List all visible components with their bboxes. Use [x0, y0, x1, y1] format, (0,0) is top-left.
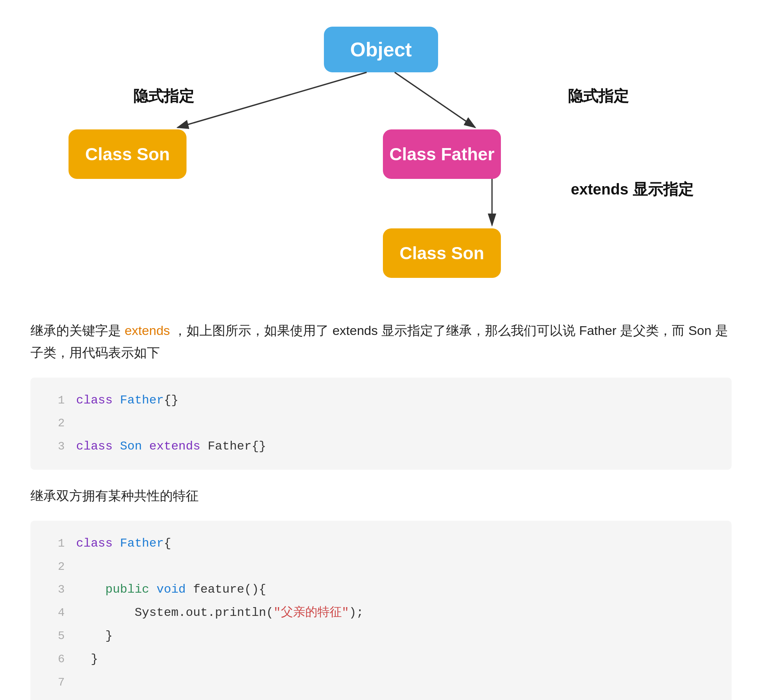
diagram: Object Class Son Class Father Class Son … [30, 15, 732, 305]
para1-keyword: extends [124, 323, 170, 338]
father-label: Class Father [389, 144, 494, 164]
object-label: Object [350, 38, 412, 61]
code-line: 1 class Father{} [46, 389, 716, 412]
object-box: Object [324, 27, 438, 72]
code-line: 7 [46, 671, 716, 694]
para2-text: 继承双方拥有某种共性的特征 [30, 488, 199, 503]
svg-line-1 [177, 72, 367, 128]
paragraph2: 继承双方拥有某种共性的特征 [30, 485, 732, 507]
son-left-label: Class Son [85, 144, 170, 164]
code-line: 3 class Son extends Father{} [46, 435, 716, 458]
code-line: 3 public void feature(){ [46, 578, 716, 601]
label-extends: extends 显示指定 [571, 179, 693, 200]
label-implicit-right: 隐式指定 [568, 86, 629, 107]
paragraph1: 继承的关键字是 extends ，如上图所示，如果使用了 extends 显示指… [30, 320, 732, 364]
para1-before: 继承的关键字是 [30, 323, 124, 338]
svg-line-2 [395, 72, 475, 128]
label-implicit-left: 隐式指定 [133, 86, 194, 107]
code-block-2: 1 class Father{ 2 3 public void feature(… [30, 521, 732, 700]
code-line: 1 class Father{ [46, 532, 716, 555]
code-line: 2 [46, 555, 716, 579]
father-box: Class Father [383, 129, 501, 179]
code-block-1: 1 class Father{} 2 3 class Son extends F… [30, 378, 732, 470]
son-left-box: Class Son [69, 129, 187, 179]
code-line: 2 [46, 412, 716, 435]
code-line: 4 System.out.println("父亲的特征"); [46, 601, 716, 625]
son-right-label: Class Son [400, 243, 484, 263]
son-right-box: Class Son [383, 228, 501, 278]
code-line: 5 } [46, 625, 716, 648]
code-line: 6 } [46, 648, 716, 671]
